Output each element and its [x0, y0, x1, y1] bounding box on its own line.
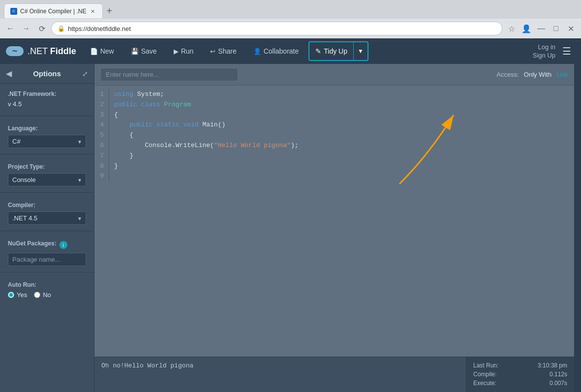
brand-prefix: .NET	[28, 46, 50, 56]
last-run-label: Last Run:	[473, 362, 498, 369]
hamburger-button[interactable]: ☰	[558, 43, 575, 59]
auto-run-section: Auto Run: Yes No	[0, 274, 94, 302]
code-line-9: }	[114, 161, 574, 172]
execute-label: Execute:	[473, 380, 496, 387]
address-bar[interactable]: 🔒 https://dotnetfiddle.net	[51, 22, 502, 35]
language-select-wrapper: C# VB.NET F# ▼	[8, 135, 86, 148]
auto-run-no-label[interactable]: No	[34, 291, 51, 299]
nuget-input[interactable]	[8, 253, 86, 266]
brand-logo	[6, 46, 24, 56]
line-num-2: 2	[99, 100, 104, 110]
sidebar-expand-button[interactable]: ⤢	[82, 70, 88, 78]
forward-button[interactable]: →	[20, 22, 32, 35]
nuget-label: NuGet Packages:	[8, 240, 57, 247]
close-button[interactable]: ✕	[564, 22, 577, 35]
run-button[interactable]: ▶ Run	[167, 42, 201, 60]
language-section: Language: C# VB.NET F# ▼	[0, 118, 94, 152]
tidy-up-button[interactable]: ✎ Tidy Up	[309, 42, 353, 60]
code-content: using System; public class Program { pub…	[114, 90, 574, 181]
tab-favicon: C	[10, 8, 17, 15]
secure-icon: 🔒	[58, 25, 65, 32]
address-text: https://dotnetfiddle.net	[68, 25, 131, 32]
auth-links: Log in Sign Up	[533, 43, 555, 59]
output-text: Oh no!Hello World pigona	[101, 362, 193, 369]
code-editor[interactable]: 1 2 3 4 5 6 7 8 9 using System; public c…	[94, 86, 574, 357]
tidy-up-label: Tidy Up	[324, 47, 347, 55]
maximize-button[interactable]: □	[550, 22, 562, 35]
new-label: New	[100, 47, 114, 55]
language-select[interactable]: C# VB.NET F#	[8, 135, 86, 148]
execute-stat: Execute: 0.007s	[473, 380, 567, 387]
new-button[interactable]: 📄 New	[83, 42, 121, 60]
name-input[interactable]	[100, 68, 238, 81]
last-run-stat: Last Run: 3:10:38 pm	[473, 362, 567, 369]
divider-2	[0, 154, 94, 154]
sidebar-header: ◀ Options ⤢	[0, 64, 94, 84]
profile-button[interactable]: 👤	[520, 22, 533, 35]
line-numbers: 1 2 3 4 5 6 7 8 9	[94, 90, 109, 181]
code-lines: 1 2 3 4 5 6 7 8 9 using System; public c…	[94, 90, 574, 181]
auto-run-yes-radio[interactable]	[8, 292, 14, 298]
last-run-value: 3:10:38 pm	[538, 362, 567, 369]
new-icon: 📄	[90, 48, 98, 55]
nuget-info-icon[interactable]: i	[60, 241, 67, 249]
auto-run-yes-text: Yes	[17, 291, 27, 299]
execute-value: 0.007s	[550, 380, 567, 387]
tab-close-button[interactable]: ✕	[90, 8, 96, 15]
back-button[interactable]: ←	[4, 22, 17, 35]
divider-5	[0, 272, 94, 272]
access-link[interactable]: Link	[556, 71, 568, 78]
save-button[interactable]: 💾 Save	[124, 42, 164, 60]
line-num-8: 8	[99, 161, 104, 172]
framework-label: .NET Framework:	[8, 90, 86, 97]
new-tab-button[interactable]: +	[107, 5, 113, 17]
project-type-select[interactable]: Console Script MVC 5	[8, 173, 86, 186]
auto-run-no-radio[interactable]	[34, 292, 40, 298]
divider-3	[0, 192, 94, 193]
compile-stat: Compile: 0.112s	[473, 371, 567, 378]
line-num-6: 6	[99, 141, 104, 151]
app-navbar: .NET Fiddle 📄 New 💾 Save ▶ Run ↩ Share 👤…	[0, 38, 581, 64]
auto-run-no-text: No	[43, 291, 51, 299]
minimize-button[interactable]: —	[535, 22, 548, 35]
collaborate-icon: 👤	[253, 48, 261, 55]
browser-tab[interactable]: C C# Online Compiler | .NE ✕	[4, 3, 103, 18]
browser-chrome: C C# Online Compiler | .NE ✕ + ← → ⟳ 🔒 h…	[0, 0, 581, 38]
code-line-6: {	[114, 130, 574, 141]
code-line-4: {	[114, 110, 574, 121]
output-panel: Oh no!Hello World pigona Last Run: 3:10:…	[94, 357, 574, 392]
main-content: ◀ Options ⤢ .NET Framework: v 4.5 Langua…	[0, 64, 581, 392]
code-line-3: public class Program	[114, 100, 574, 110]
project-type-section: Project Type: Console Script MVC 5 ▼	[0, 156, 94, 190]
line-num-9: 9	[99, 171, 104, 181]
refresh-button[interactable]: ⟳	[35, 22, 48, 35]
collaborate-button[interactable]: 👤 Collaborate	[246, 42, 306, 60]
output-right: Last Run: 3:10:38 pm Compile: 0.112s Exe…	[466, 357, 574, 392]
compiler-select[interactable]: .NET 4.5 .NET 4.7.2 .NET Core 3	[8, 211, 86, 225]
access-label: Access:	[496, 71, 519, 78]
divider-4	[0, 231, 94, 231]
scroll-right	[574, 64, 581, 392]
line-num-7: 7	[99, 151, 104, 161]
code-line-1: using System;	[114, 90, 574, 100]
tab-title: C# Online Compiler | .NE	[20, 8, 87, 15]
sidebar-title: Options	[33, 69, 61, 78]
save-label: Save	[141, 47, 157, 55]
auto-run-label: Auto Run:	[8, 281, 86, 288]
auto-run-yes-label[interactable]: Yes	[8, 291, 27, 299]
sidebar-toggle-button[interactable]: ◀	[6, 69, 12, 78]
brand-text: .NET Fiddle	[28, 46, 76, 57]
code-line-7: Console.WriteLine("Hello World pigona");	[114, 141, 574, 151]
app-container: .NET Fiddle 📄 New 💾 Save ▶ Run ↩ Share 👤…	[0, 38, 581, 392]
compiler-section: Compiler: .NET 4.5 .NET 4.7.2 .NET Core …	[0, 195, 94, 229]
signup-link[interactable]: Sign Up	[533, 52, 555, 59]
nuget-section: NuGet Packages: i	[0, 233, 94, 270]
compile-value: 0.112s	[550, 371, 567, 378]
brand-suffix: Fiddle	[50, 46, 76, 56]
brand: .NET Fiddle	[6, 46, 76, 57]
share-button[interactable]: ↩ Share	[203, 42, 243, 60]
bookmark-button[interactable]: ☆	[505, 22, 518, 35]
tidy-up-dropdown-button[interactable]: ▼	[354, 42, 367, 60]
login-link[interactable]: Log in	[538, 43, 555, 51]
language-label: Language:	[8, 125, 86, 132]
